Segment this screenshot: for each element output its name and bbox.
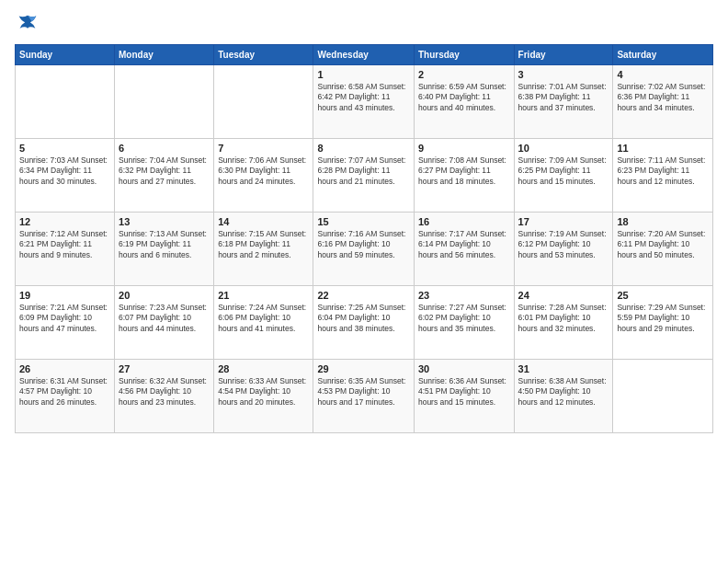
cell-content: Sunrise: 7:24 AM Sunset: 6:06 PM Dayligh… [218, 303, 309, 334]
calendar-cell: 4Sunrise: 7:02 AM Sunset: 6:36 PM Daylig… [613, 65, 713, 139]
weekday-header: Saturday [613, 45, 713, 65]
calendar-cell: 6Sunrise: 7:04 AM Sunset: 6:32 PM Daylig… [115, 139, 214, 213]
calendar-cell: 18Sunrise: 7:20 AM Sunset: 6:11 PM Dayli… [613, 213, 713, 286]
calendar-cell: 17Sunrise: 7:19 AM Sunset: 6:12 PM Dayli… [514, 213, 613, 286]
cell-content: Sunrise: 7:28 AM Sunset: 6:01 PM Dayligh… [518, 303, 609, 334]
cell-content: Sunrise: 7:19 AM Sunset: 6:12 PM Dayligh… [518, 229, 609, 260]
weekday-header: Monday [115, 45, 214, 65]
weekday-header: Tuesday [214, 45, 313, 65]
cell-content: Sunrise: 7:08 AM Sunset: 6:27 PM Dayligh… [418, 155, 510, 187]
day-number: 3 [518, 69, 609, 80]
calendar-cell: 9Sunrise: 7:08 AM Sunset: 6:27 PM Daylig… [414, 139, 514, 213]
day-number: 5 [19, 143, 110, 154]
cell-content: Sunrise: 6:33 AM Sunset: 4:54 PM Dayligh… [218, 376, 309, 408]
day-number: 31 [518, 363, 609, 374]
calendar-cell: 13Sunrise: 7:13 AM Sunset: 6:19 PM Dayli… [115, 213, 214, 286]
calendar-week-row: 5Sunrise: 7:03 AM Sunset: 6:34 PM Daylig… [16, 139, 713, 213]
calendar-cell: 21Sunrise: 7:24 AM Sunset: 6:06 PM Dayli… [214, 286, 313, 360]
calendar-cell [16, 65, 115, 139]
cell-content: Sunrise: 7:11 AM Sunset: 6:23 PM Dayligh… [617, 155, 709, 187]
cell-content: Sunrise: 7:13 AM Sunset: 6:19 PM Dayligh… [119, 229, 210, 260]
calendar-cell [613, 360, 713, 433]
calendar-cell: 1Sunrise: 6:58 AM Sunset: 6:42 PM Daylig… [313, 65, 414, 139]
day-number: 10 [518, 143, 609, 154]
weekday-header: Wednesday [313, 45, 414, 65]
cell-content: Sunrise: 6:38 AM Sunset: 4:50 PM Dayligh… [518, 376, 609, 408]
weekday-header: Thursday [414, 45, 514, 65]
day-number: 22 [317, 290, 409, 301]
cell-content: Sunrise: 7:15 AM Sunset: 6:18 PM Dayligh… [218, 229, 309, 260]
calendar-body: 1Sunrise: 6:58 AM Sunset: 6:42 PM Daylig… [16, 65, 713, 433]
cell-content: Sunrise: 7:06 AM Sunset: 6:30 PM Dayligh… [218, 155, 309, 187]
cell-content: Sunrise: 7:16 AM Sunset: 6:16 PM Dayligh… [317, 229, 409, 260]
day-number: 19 [19, 290, 110, 301]
calendar-cell: 20Sunrise: 7:23 AM Sunset: 6:07 PM Dayli… [115, 286, 214, 360]
calendar-cell: 11Sunrise: 7:11 AM Sunset: 6:23 PM Dayli… [613, 139, 713, 213]
cell-content: Sunrise: 7:09 AM Sunset: 6:25 PM Dayligh… [518, 155, 609, 187]
day-number: 16 [418, 216, 510, 227]
cell-content: Sunrise: 7:17 AM Sunset: 6:14 PM Dayligh… [418, 229, 510, 260]
calendar-cell: 12Sunrise: 7:12 AM Sunset: 6:21 PM Dayli… [16, 213, 115, 286]
calendar-cell: 5Sunrise: 7:03 AM Sunset: 6:34 PM Daylig… [16, 139, 115, 213]
day-number: 24 [518, 290, 609, 301]
calendar-cell: 15Sunrise: 7:16 AM Sunset: 6:16 PM Dayli… [313, 213, 414, 286]
day-number: 8 [317, 143, 409, 154]
calendar-cell: 24Sunrise: 7:28 AM Sunset: 6:01 PM Dayli… [514, 286, 613, 360]
calendar-cell: 31Sunrise: 6:38 AM Sunset: 4:50 PM Dayli… [514, 360, 613, 433]
day-number: 20 [119, 290, 210, 301]
calendar-cell: 10Sunrise: 7:09 AM Sunset: 6:25 PM Dayli… [514, 139, 613, 213]
day-number: 29 [317, 363, 409, 374]
calendar-cell: 16Sunrise: 7:17 AM Sunset: 6:14 PM Dayli… [414, 213, 514, 286]
calendar-cell: 14Sunrise: 7:15 AM Sunset: 6:18 PM Dayli… [214, 213, 313, 286]
cell-content: Sunrise: 7:03 AM Sunset: 6:34 PM Dayligh… [19, 155, 110, 187]
calendar-cell: 8Sunrise: 7:07 AM Sunset: 6:28 PM Daylig… [313, 139, 414, 213]
day-number: 26 [19, 363, 110, 374]
calendar-cell: 19Sunrise: 7:21 AM Sunset: 6:09 PM Dayli… [16, 286, 115, 360]
day-number: 15 [317, 216, 409, 227]
cell-content: Sunrise: 7:12 AM Sunset: 6:21 PM Dayligh… [19, 229, 110, 260]
weekday-header: Sunday [16, 45, 115, 65]
cell-content: Sunrise: 7:01 AM Sunset: 6:38 PM Dayligh… [518, 82, 609, 113]
calendar-cell: 23Sunrise: 7:27 AM Sunset: 6:02 PM Dayli… [414, 286, 514, 360]
calendar-cell: 27Sunrise: 6:32 AM Sunset: 4:56 PM Dayli… [115, 360, 214, 433]
calendar-cell: 2Sunrise: 6:59 AM Sunset: 6:40 PM Daylig… [414, 65, 514, 139]
cell-content: Sunrise: 7:07 AM Sunset: 6:28 PM Dayligh… [317, 155, 409, 187]
day-number: 21 [218, 290, 309, 301]
day-number: 13 [119, 216, 210, 227]
calendar-cell: 26Sunrise: 6:31 AM Sunset: 4:57 PM Dayli… [16, 360, 115, 433]
day-number: 1 [317, 69, 409, 80]
day-number: 2 [418, 69, 510, 80]
day-number: 4 [617, 69, 709, 80]
day-number: 18 [617, 216, 709, 227]
calendar-cell: 29Sunrise: 6:35 AM Sunset: 4:53 PM Dayli… [313, 360, 414, 433]
day-number: 9 [418, 143, 510, 154]
header [15, 11, 713, 37]
day-number: 27 [119, 363, 210, 374]
day-number: 23 [418, 290, 510, 301]
calendar-cell [214, 65, 313, 139]
cell-content: Sunrise: 6:35 AM Sunset: 4:53 PM Dayligh… [317, 376, 409, 408]
day-number: 25 [617, 290, 709, 301]
cell-content: Sunrise: 6:59 AM Sunset: 6:40 PM Dayligh… [418, 82, 510, 113]
day-number: 17 [518, 216, 609, 227]
calendar-cell [115, 65, 214, 139]
calendar-table: SundayMondayTuesdayWednesdayThursdayFrid… [15, 44, 713, 433]
weekday-header: Friday [514, 45, 613, 65]
weekday-row: SundayMondayTuesdayWednesdayThursdayFrid… [16, 45, 713, 65]
calendar-cell: 7Sunrise: 7:06 AM Sunset: 6:30 PM Daylig… [214, 139, 313, 213]
day-number: 14 [218, 216, 309, 227]
cell-content: Sunrise: 6:58 AM Sunset: 6:42 PM Dayligh… [317, 82, 409, 113]
logo [15, 11, 44, 37]
cell-content: Sunrise: 7:04 AM Sunset: 6:32 PM Dayligh… [119, 155, 210, 187]
cell-content: Sunrise: 7:21 AM Sunset: 6:09 PM Dayligh… [19, 303, 110, 334]
cell-content: Sunrise: 6:32 AM Sunset: 4:56 PM Dayligh… [119, 376, 210, 408]
calendar-cell: 25Sunrise: 7:29 AM Sunset: 5:59 PM Dayli… [613, 286, 713, 360]
calendar-week-row: 26Sunrise: 6:31 AM Sunset: 4:57 PM Dayli… [16, 360, 713, 433]
cell-content: Sunrise: 6:36 AM Sunset: 4:51 PM Dayligh… [418, 376, 510, 408]
cell-content: Sunrise: 7:20 AM Sunset: 6:11 PM Dayligh… [617, 229, 709, 260]
cell-content: Sunrise: 7:23 AM Sunset: 6:07 PM Dayligh… [119, 303, 210, 334]
calendar-cell: 30Sunrise: 6:36 AM Sunset: 4:51 PM Dayli… [414, 360, 514, 433]
page: SundayMondayTuesdayWednesdayThursdayFrid… [0, 0, 728, 563]
calendar-week-row: 1Sunrise: 6:58 AM Sunset: 6:42 PM Daylig… [16, 65, 713, 139]
day-number: 6 [119, 143, 210, 154]
